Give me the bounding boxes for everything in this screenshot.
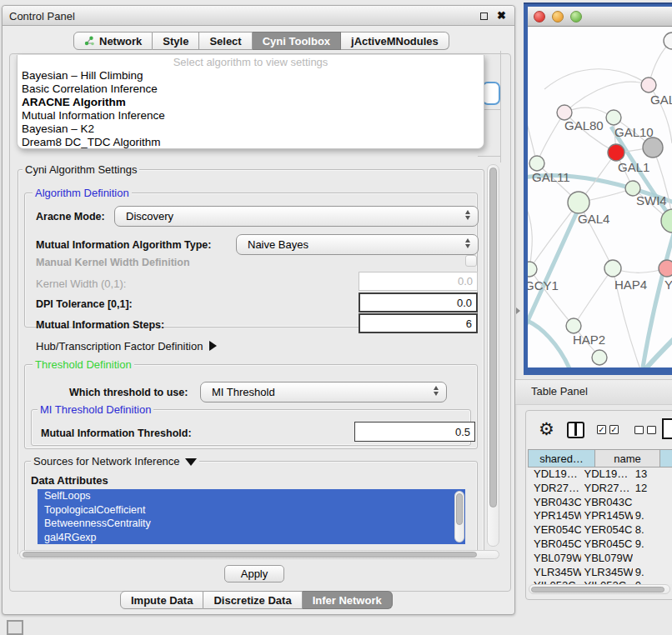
table-cell[interactable]: 8. [633, 523, 672, 538]
checked-box-icon[interactable]: ✓ [609, 425, 619, 434]
sources-toggle[interactable]: Sources for Network Inference [31, 455, 199, 468]
data-attribute-item[interactable]: BetweennessCentrality [38, 517, 465, 531]
table-cell[interactable]: YER054C [581, 523, 632, 538]
hub-definition-toggle[interactable]: Hub/Transcription Factor Definition [36, 340, 217, 352]
zoom-traffic-light-icon[interactable] [570, 11, 582, 22]
network-node[interactable] [608, 144, 624, 161]
column-header[interactable]: A [660, 449, 672, 468]
table-row[interactable]: YER054CYER054C8. [528, 523, 672, 538]
network-node[interactable] [643, 138, 663, 158]
column-header[interactable]: shared… [528, 449, 595, 468]
table-cell[interactable]: YDR27… [581, 482, 632, 496]
settings-horizontal-scrollbar[interactable] [19, 550, 499, 559]
table-row[interactable]: YLR345WYLR345W9. [528, 566, 672, 580]
table-cell[interactable]: 9. [633, 538, 672, 552]
panel-divider-grip[interactable] [516, 308, 520, 314]
network-node[interactable] [664, 32, 672, 49]
minimize-traffic-light-icon[interactable] [552, 11, 564, 22]
tab-cyni-toolbox[interactable]: Cyni Toolbox [253, 32, 341, 50]
control-panel-titlebar[interactable]: Control Panel ✖ [3, 6, 514, 26]
unchecked-box-icon[interactable] [634, 426, 644, 434]
algorithm-option[interactable]: Basic Correlation Inference [18, 82, 484, 96]
apply-button[interactable]: Apply [224, 565, 284, 582]
table-cell[interactable]: 12 [633, 482, 672, 496]
close-traffic-light-icon[interactable] [534, 11, 545, 22]
network-node[interactable] [529, 156, 544, 171]
table-cell[interactable]: YDR27… [528, 482, 581, 496]
mi-type-value: Naive Bayes [248, 238, 308, 251]
data-attribute-item[interactable]: gal4RGexp [38, 531, 465, 545]
table-cell[interactable]: YPR145W [581, 509, 632, 523]
algorithm-option[interactable]: Bayesian – Hill Climbing [18, 69, 484, 82]
mi-type-combo[interactable]: Naive Bayes [236, 234, 479, 255]
table-cell[interactable]: YBR043C [528, 496, 581, 510]
table-cell[interactable] [633, 496, 672, 510]
table-cell[interactable]: YBL079W [581, 552, 632, 566]
minimized-panel-icon[interactable] [7, 620, 23, 635]
attributes-list-scrollbar[interactable] [454, 491, 464, 542]
gear-icon[interactable]: ⚙ [539, 419, 554, 439]
tab-infer-network[interactable]: Infer Network [303, 591, 393, 609]
table-row[interactable]: YPR145WYPR145W9. [528, 509, 672, 523]
column-header[interactable]: name [595, 449, 660, 468]
tab-select[interactable]: Select [199, 32, 252, 50]
dpi-tolerance-field[interactable]: 0.0 [359, 292, 478, 312]
network-node[interactable] [641, 78, 656, 92]
settings-vertical-scrollbar[interactable] [487, 164, 499, 547]
aracne-mode-combo[interactable]: Discovery [114, 206, 479, 227]
table-cell[interactable]: YDL19… [581, 468, 632, 482]
table-cell[interactable]: YBR045C [528, 538, 581, 552]
tab-jactivemnodules[interactable]: jActiveMNodules [341, 32, 449, 50]
which-threshold-combo[interactable]: MI Threshold [200, 382, 447, 402]
table-cell[interactable]: YLR345W [581, 566, 632, 580]
table-cell[interactable]: 9. [633, 566, 672, 580]
table-cell[interactable]: 9. [633, 509, 672, 523]
table-row[interactable]: YDR27…YDR27…12 [528, 482, 672, 496]
close-icon[interactable]: ✖ [497, 9, 506, 22]
table-cell[interactable]: YBR043C [581, 496, 632, 510]
table-cell[interactable]: YLR345W [528, 566, 581, 580]
algorithm-option[interactable]: Dream8 DC_TDC Algorithm [18, 136, 484, 149]
table-cell[interactable]: YER054C [528, 523, 581, 538]
data-attribute-item[interactable]: TopologicalCoefficient [38, 503, 465, 518]
mi-steps-field[interactable]: 6 [359, 313, 478, 333]
occluded-groupbox-edge [478, 156, 501, 157]
network-node[interactable] [528, 262, 537, 277]
table-cell[interactable]: 13 [633, 468, 672, 482]
table-cell[interactable]: YBR045C [581, 538, 632, 552]
network-graph-icon [84, 36, 94, 46]
network-node[interactable] [568, 192, 589, 213]
tab-impute-data[interactable]: Impute Data [120, 591, 203, 609]
table-cell[interactable]: YPR145W [528, 509, 581, 523]
float-window-icon[interactable] [480, 12, 488, 20]
tab-style[interactable]: Style [153, 32, 199, 50]
table-cell[interactable] [633, 552, 672, 566]
checked-box-icon[interactable]: ✓ [597, 425, 606, 434]
unchecked-box-icon[interactable] [647, 426, 656, 434]
algorithm-option[interactable]: Mutual Information Inference [18, 109, 484, 122]
tab-network[interactable]: Network [73, 32, 153, 50]
table-cell[interactable]: YDL19… [528, 468, 581, 482]
table-row[interactable]: YBR045CYBR045C9. [528, 538, 672, 552]
split-columns-icon[interactable] [567, 422, 584, 438]
network-node[interactable] [606, 110, 621, 125]
network-window-titlebar[interactable] [528, 7, 672, 27]
table-row[interactable]: YBL079WYBL079W [528, 552, 672, 566]
algorithm-option[interactable]: Bayesian – K2 [18, 122, 484, 136]
algorithm-option[interactable]: ARACNE Algorithm [18, 96, 484, 109]
document-icon[interactable] [662, 418, 672, 439]
network-node[interactable] [566, 318, 581, 333]
network-node[interactable] [604, 260, 621, 277]
table-row[interactable]: YBR043CYBR043C [528, 496, 672, 510]
network-node[interactable] [661, 209, 672, 232]
table-row[interactable]: YDL19…YDL19…13 [528, 468, 672, 482]
tab-discretize-data[interactable]: Discretize Data [203, 591, 302, 609]
data-attribute-item[interactable]: SelfLoops [38, 489, 465, 503]
network-canvas[interactable]: GALGAL80GAL10GAL1GAL11SWI4GAL4GCY1HAP4YH… [528, 27, 672, 368]
algorithm-definition-title: Algorithm Definition [33, 187, 132, 199]
network-node[interactable] [659, 260, 672, 277]
table-cell[interactable]: YBL079W [528, 552, 581, 566]
mi-threshold-field[interactable]: 0.5 [354, 422, 475, 442]
table-horizontal-scrollbar[interactable] [529, 584, 670, 594]
network-node[interactable] [592, 350, 607, 365]
